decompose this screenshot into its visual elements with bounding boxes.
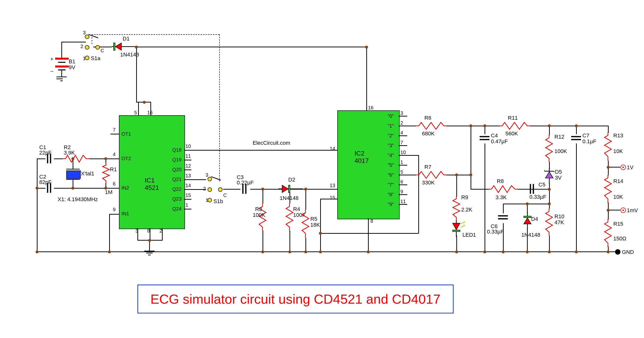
wire-s1b-c3 [223,189,240,190]
wire-ic1-q21s [184,179,206,180]
ic2-pinnum-11: 11 [400,199,406,204]
res-r9 [452,196,460,221]
node1 [135,46,138,48]
label-xtal: X'tal1 [81,170,94,177]
ic2-pin-8: "8" [388,192,394,198]
node14 [455,174,458,176]
ic2-pinnum-13: 13 [330,183,335,188]
label-c4-val: 0.47µF [491,138,508,145]
dashed-s1-link-v2 [219,34,220,182]
label-b1-val: 9V [69,64,75,71]
ic2-pinnum-6: 6 [400,179,403,185]
label-r9-val: 2.2K [461,206,472,213]
ic1-pin-q21: Q21 [172,176,182,182]
ic1-pin-q23: Q23 [172,196,182,202]
node16b [483,250,486,254]
node12 [304,188,307,190]
wire-r8-left [470,189,489,190]
node19b [575,250,578,254]
label-d1-val: 1N4148 [120,52,139,58]
output-1mv-pad [620,208,626,213]
label-d4: D4 [531,216,538,222]
label-r12-val: 100K [554,148,567,154]
wire-c6-top [503,204,504,214]
label-r8: R8 [497,178,504,184]
wire-ic2-4-left [320,233,418,234]
ic1-ref: IC1 [145,176,154,184]
svg-marker-12 [546,172,553,178]
wire-r7-up [470,126,471,175]
res-r11 [499,122,530,130]
wire-bat-to-s1a [61,42,86,42]
res-r10 [545,208,553,236]
node3 [36,187,38,190]
ic2-pin-5: "5" [388,162,394,168]
wire-c7-bot [576,144,577,252]
ic1-pin-ot1: OT1 [122,131,131,137]
ic1-pinnum-4: 4 [113,152,116,157]
ic1-pinnum-14: 14 [186,183,191,188]
cap-c7 [571,134,581,144]
wire-ic1-ot2 [106,158,119,159]
label-r11: R11 [508,115,518,121]
wire-ic1-in1-down [109,214,110,252]
ic1-pinnum-7: 7 [113,127,116,133]
ic1-pin-q24: Q24 [172,206,182,212]
label-b1: B1 [69,58,75,65]
node-ic2-8 [367,250,370,254]
output-1v-label: 1V [627,164,634,171]
wire-c4-bot [484,144,485,252]
label-c6-val: 0.33µF [487,228,504,235]
ic2-pinnum-14: 14 [330,146,335,152]
wire-c6-gnd [503,223,504,252]
wire-ic1-q24s [184,209,191,210]
title-text: ECG simulator circuit using CD4521 and C… [150,292,440,306]
label-r4: R4 [293,206,300,212]
cap-c5 [528,184,537,194]
ic1-pinnum-11: 11 [186,153,191,159]
cap-c4 [480,134,490,144]
ic1-pinnum-15: 15 [186,192,191,198]
wire-ic1-bot-2 [162,228,163,240]
ic2-pinnum-1: 1 [400,160,403,165]
s1b-pos3: 3 [206,172,208,178]
res-r1 [102,163,110,183]
svg-rect-9 [524,216,531,218]
res-r12 [545,135,553,162]
ic1-pinnum-5: 5 [134,110,137,116]
wire-r9-top [456,175,457,197]
node8 [108,250,111,254]
dashed-s1-link-h [92,34,219,35]
output-1mv-label: 1mV [627,207,638,214]
ic2-pin-6: "6" [388,172,394,178]
label-r11-val: 560K [506,130,518,137]
wire-out-1v [608,167,620,168]
label-c7-val: 0.1µF [582,138,596,145]
label-c5: C5 [538,182,546,188]
label-r7: R7 [424,164,431,170]
ic1-pin-in1: IN1 [122,211,129,216]
node22 [607,250,610,254]
wire-ic1-q20s [184,170,191,170]
output-gnd-label: GND [622,249,634,255]
wire-r2-ot2 [90,158,106,159]
wire-c1-top [37,158,46,159]
label-r15: R15 [613,221,623,227]
ic2-pin-4: "4" [388,152,394,158]
ic2-pin-0: "0" [388,113,394,119]
node10 [261,250,264,254]
label-r14: R14 [613,178,623,184]
wire-ic2-o8 [399,194,407,195]
svg-marker-4 [282,185,288,192]
ic1-pin-q18: Q18 [172,147,182,153]
ic2-pin-7: "7" [388,182,394,188]
svg-marker-0 [115,43,122,50]
diode-d4 [522,212,532,229]
label-r5-val: 18K [310,222,320,228]
label-c5-val: 0.33µF [530,194,546,200]
ic2-part: 4017 [354,157,369,164]
node-c6bus [526,202,529,205]
label-r10-val: 47K [554,219,564,226]
wire-r4-gnd [290,230,290,252]
ic1-pin-q22: Q22 [172,186,182,192]
